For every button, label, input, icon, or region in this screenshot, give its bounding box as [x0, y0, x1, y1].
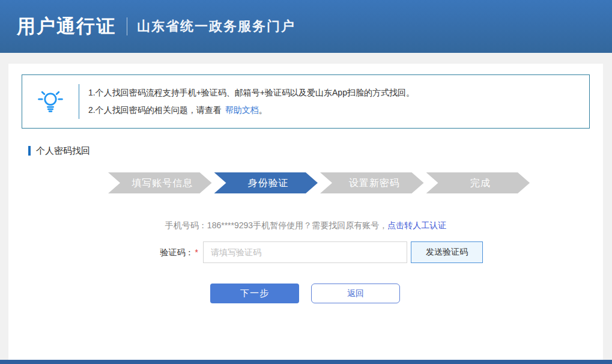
send-code-button[interactable]: 发送验证码	[411, 241, 483, 263]
account-info-line: 手机号码：186****9293手机暂停使用？需要找回原有账号，点击转人工认证	[8, 220, 603, 231]
section-title-text: 个人密码找回	[36, 145, 90, 157]
footer-bar	[0, 360, 612, 364]
help-doc-link[interactable]: 帮助文档	[225, 105, 259, 115]
notice-line-2-period: 。	[259, 105, 267, 115]
captcha-label: 验证码：*	[136, 241, 198, 263]
header-divider	[127, 17, 127, 35]
step-indicator: 填写账号信息 身份验证 设置新密码 完成	[108, 172, 530, 193]
portal-subtitle: 山东省统一政务服务门户	[137, 17, 295, 35]
next-step-button[interactable]: 下一步	[210, 284, 299, 303]
notice-line-2: 2.个人找回密码的相关问题，请查看帮助文档。	[88, 105, 414, 116]
notice-line-1: 1.个人找回密码流程支持手机+验证码、邮箱号+验证码以及爱山东App扫脸的方式找…	[88, 88, 414, 99]
lightbulb-icon	[36, 85, 65, 118]
step-identity-verification: 身份验证	[214, 172, 318, 193]
back-button[interactable]: 返回	[311, 284, 400, 303]
section-title-bar	[28, 146, 31, 156]
account-info-text: 手机号码：186****9293手机暂停使用？需要找回原有账号，	[165, 220, 387, 230]
content-card: 1.个人找回密码流程支持手机+验证码、邮箱号+验证码以及爱山东App扫脸的方式找…	[8, 64, 603, 360]
portal-title: 用户通行证	[17, 14, 116, 39]
step-set-new-password: 设置新密码	[320, 172, 424, 193]
notice-box: 1.个人找回密码流程支持手机+验证码、邮箱号+验证码以及爱山东App扫脸的方式找…	[22, 74, 590, 129]
captcha-label-text: 验证码：	[160, 247, 194, 257]
notice-text: 1.个人找回密码流程支持手机+验证码、邮箱号+验证码以及爱山东App扫脸的方式找…	[79, 88, 414, 116]
step-fill-account-info: 填写账号信息	[108, 172, 212, 193]
required-asterisk: *	[195, 247, 198, 257]
notice-icon-cell	[22, 85, 79, 118]
captcha-input[interactable]	[203, 241, 407, 263]
portal-header: 用户通行证 山东省统一政务服务门户	[0, 0, 612, 53]
notice-line-2-text: 2.个人找回密码的相关问题，请查看	[88, 105, 222, 115]
step-complete: 完成	[426, 172, 530, 193]
manual-verification-link[interactable]: 点击转人工认证	[387, 220, 446, 230]
section-title: 个人密码找回	[28, 145, 90, 156]
